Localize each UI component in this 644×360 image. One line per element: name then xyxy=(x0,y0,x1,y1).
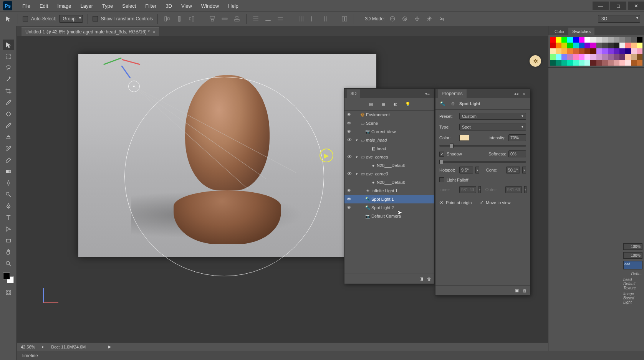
tab-color[interactable]: Color xyxy=(551,28,568,35)
swatch[interactable] xyxy=(590,37,596,43)
layer-thumbnail[interactable]: ead... xyxy=(623,261,642,269)
cone-stepper[interactable]: ▾ xyxy=(522,167,526,173)
light-color-swatch[interactable] xyxy=(459,135,469,141)
swatch[interactable] xyxy=(556,37,561,43)
magic-wand-tool[interactable] xyxy=(3,74,14,85)
distribute-right-icon[interactable] xyxy=(321,14,330,23)
scene-item[interactable]: 👁🔦Spot Light 2 xyxy=(344,203,434,212)
scene-item[interactable]: 👁📷Current View xyxy=(344,127,434,136)
intensity-slider[interactable] xyxy=(439,145,526,147)
preset-dropdown[interactable]: Custom xyxy=(459,113,526,120)
swatch[interactable] xyxy=(567,54,573,60)
swatch[interactable] xyxy=(556,54,561,60)
eraser-tool[interactable] xyxy=(3,155,14,165)
swatch[interactable] xyxy=(631,43,637,48)
swatch[interactable] xyxy=(602,60,608,66)
swatch[interactable] xyxy=(579,37,584,43)
swatch[interactable] xyxy=(590,54,596,60)
swatch[interactable] xyxy=(590,48,596,54)
swatch[interactable] xyxy=(619,60,625,66)
swatch[interactable] xyxy=(637,43,642,48)
visibility-toggle[interactable]: 👁 xyxy=(344,188,354,193)
align-bottom-edges-icon[interactable] xyxy=(232,14,242,23)
swatch[interactable] xyxy=(573,60,579,66)
3d-scale-icon[interactable] xyxy=(437,14,446,23)
hotspot-stстепper[interactable]: ▾ xyxy=(475,167,480,173)
swatch[interactable] xyxy=(561,37,567,43)
swatch[interactable] xyxy=(573,37,579,43)
light-target-handle[interactable] xyxy=(320,149,333,162)
gradient-tool[interactable] xyxy=(3,166,14,177)
auto-select-target-dropdown[interactable]: Group xyxy=(59,15,83,23)
swatch[interactable] xyxy=(590,60,596,66)
show-transform-checkbox[interactable] xyxy=(93,16,98,21)
hand-tool[interactable] xyxy=(3,247,14,258)
scene-item[interactable]: 📷Default Camera xyxy=(344,212,434,220)
swatch[interactable] xyxy=(579,60,584,66)
scene-item[interactable]: 👁🔦Spot Light 1 xyxy=(344,195,434,203)
tab-3d[interactable]: 3D xyxy=(347,89,360,98)
menu-window[interactable]: Window xyxy=(197,0,223,12)
visibility-toggle[interactable]: 👁 xyxy=(344,137,354,143)
swatch[interactable] xyxy=(573,43,579,48)
swatch[interactable] xyxy=(631,48,637,54)
visibility-toggle[interactable]: 👁 xyxy=(344,154,354,160)
swatch[interactable] xyxy=(561,60,567,66)
swatch[interactable] xyxy=(590,43,596,48)
delete-icon[interactable]: 🗑 xyxy=(427,277,431,281)
crop-tool[interactable] xyxy=(3,86,14,96)
swatch[interactable] xyxy=(614,54,619,60)
align-right-edges-icon[interactable] xyxy=(187,14,196,23)
scene-item[interactable]: ◧head xyxy=(344,144,434,153)
marquee-tool[interactable] xyxy=(3,51,14,62)
swatch[interactable] xyxy=(567,43,573,48)
expand-toggle[interactable]: ▾ xyxy=(354,155,359,159)
fill-value[interactable]: 100% xyxy=(623,252,642,259)
filter-lights-icon[interactable]: 💡 xyxy=(404,100,412,108)
swatch[interactable] xyxy=(631,37,637,43)
swatch[interactable] xyxy=(584,54,590,60)
brush-tool[interactable] xyxy=(3,120,14,131)
falloff-checkbox[interactable] xyxy=(439,177,444,182)
zoom-tool[interactable] xyxy=(3,258,14,269)
tab-swatches[interactable]: Swatches xyxy=(568,28,594,35)
history-brush-tool[interactable] xyxy=(3,143,14,154)
document-canvas[interactable] xyxy=(78,54,376,257)
swatch[interactable] xyxy=(567,60,573,66)
swatch[interactable] xyxy=(550,43,556,48)
blur-tool[interactable] xyxy=(3,178,14,188)
swatch[interactable] xyxy=(637,37,642,43)
visibility-toggle[interactable]: 👁 xyxy=(344,205,354,210)
swatch[interactable] xyxy=(567,48,573,54)
visibility-toggle[interactable]: 👁 xyxy=(344,197,354,202)
minimize-button[interactable]: — xyxy=(593,2,609,10)
point-at-origin-icon[interactable]: ⦿ xyxy=(439,200,444,205)
quick-mask-tool[interactable] xyxy=(3,287,14,298)
filter-scene-icon[interactable]: ▤ xyxy=(367,100,375,108)
maximize-button[interactable]: □ xyxy=(610,2,626,10)
swatch[interactable] xyxy=(625,54,631,60)
scene-item[interactable]: 👁▾▭eye_corne0 xyxy=(344,170,434,178)
dodge-tool[interactable] xyxy=(3,189,14,200)
menu-file[interactable]: File xyxy=(18,0,35,12)
light-category-icon[interactable]: 🔦 xyxy=(439,100,446,107)
status-play-icon[interactable]: ▶ xyxy=(108,344,111,349)
lasso-tool[interactable] xyxy=(3,63,14,73)
3d-pan-icon[interactable] xyxy=(412,14,422,23)
auto-select-checkbox[interactable] xyxy=(23,16,28,21)
3d-slide-icon[interactable] xyxy=(425,14,434,23)
path-selection-tool[interactable] xyxy=(3,224,14,234)
swatch[interactable] xyxy=(608,43,614,48)
swatches-grid[interactable] xyxy=(548,35,644,67)
point-at-origin-button[interactable]: Point at origin xyxy=(446,200,472,205)
move-to-view-icon[interactable]: ⤢ xyxy=(480,200,483,205)
swatch[interactable] xyxy=(596,48,602,54)
color-swatches[interactable] xyxy=(3,272,14,283)
swatch[interactable] xyxy=(550,37,556,43)
swatch[interactable] xyxy=(625,48,631,54)
delete-property-icon[interactable]: 🗑 xyxy=(523,288,527,293)
swatch[interactable] xyxy=(550,54,556,60)
auto-align-icon[interactable] xyxy=(340,14,349,23)
swatch[interactable] xyxy=(602,54,608,60)
swatch[interactable] xyxy=(631,60,637,66)
